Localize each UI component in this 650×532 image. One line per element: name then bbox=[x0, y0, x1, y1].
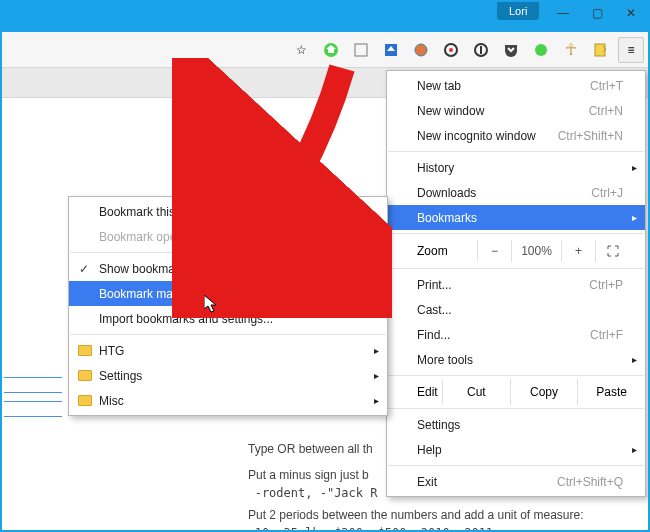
home-ext-icon[interactable] bbox=[318, 37, 344, 63]
bookmark-folder[interactable]: HTG bbox=[69, 338, 387, 363]
ext-icon-7[interactable] bbox=[588, 37, 614, 63]
chrome-main-menu: New tabCtrl+T New windowCtrl+N New incog… bbox=[386, 70, 646, 497]
menu-edit-row: Edit Cut Copy Paste bbox=[387, 379, 645, 405]
fullscreen-button[interactable] bbox=[595, 240, 629, 262]
browser-toolbar: ☆ ☥ ≡ bbox=[2, 32, 648, 68]
menu-history[interactable]: History bbox=[387, 155, 645, 180]
menu-new-window[interactable]: New windowCtrl+N bbox=[387, 98, 645, 123]
copy-button[interactable]: Copy bbox=[510, 379, 578, 405]
svg-point-10 bbox=[535, 44, 547, 56]
zoom-value: 100% bbox=[511, 240, 561, 262]
menu-bookmarks[interactable]: Bookmarks bbox=[387, 205, 645, 230]
folder-icon bbox=[78, 395, 92, 406]
svg-point-7 bbox=[449, 48, 453, 52]
page-text: Put a minus sign just b -rodent, -"Jack … bbox=[248, 466, 378, 502]
zoom-out-button[interactable]: − bbox=[477, 240, 511, 262]
star-icon[interactable]: ☆ bbox=[288, 37, 314, 63]
svg-rect-9 bbox=[480, 46, 482, 54]
menu-print[interactable]: Print...Ctrl+P bbox=[387, 272, 645, 297]
cut-button[interactable]: Cut bbox=[442, 379, 510, 405]
user-badge[interactable]: Lori bbox=[497, 2, 539, 20]
menu-zoom: Zoom − 100% + bbox=[387, 237, 645, 265]
paste-button[interactable]: Paste bbox=[577, 379, 645, 405]
close-button[interactable]: ✕ bbox=[614, 2, 648, 24]
ext-icon-3[interactable] bbox=[408, 37, 434, 63]
ankh-icon[interactable]: ☥ bbox=[558, 37, 584, 63]
show-bookmarks-bar[interactable]: Show bookmarks barCtrl+Shift+B bbox=[69, 256, 387, 281]
ext-icon-5[interactable] bbox=[468, 37, 494, 63]
window-titlebar: Lori — ▢ ✕ bbox=[2, 2, 648, 32]
ext-icon-2[interactable] bbox=[378, 37, 404, 63]
bookmark-folder[interactable]: Misc bbox=[69, 388, 387, 413]
page-text: Type OR between all th bbox=[248, 440, 373, 458]
bookmark-manager[interactable]: Bookmark managerCtrl+Shift+O bbox=[69, 281, 387, 306]
chrome-menu-button[interactable]: ≡ bbox=[618, 37, 644, 63]
window-controls: — ▢ ✕ bbox=[546, 2, 648, 24]
menu-settings[interactable]: Settings bbox=[387, 412, 645, 437]
bookmarks-submenu: Bookmark this page...Ctrl+D Bookmark ope… bbox=[68, 196, 388, 416]
folder-icon bbox=[78, 370, 92, 381]
menu-new-tab[interactable]: New tabCtrl+T bbox=[387, 73, 645, 98]
minimize-button[interactable]: — bbox=[546, 2, 580, 24]
menu-downloads[interactable]: DownloadsCtrl+J bbox=[387, 180, 645, 205]
menu-new-incognito[interactable]: New incognito windowCtrl+Shift+N bbox=[387, 123, 645, 148]
import-bookmarks[interactable]: Import bookmarks and settings... bbox=[69, 306, 387, 331]
maximize-button[interactable]: ▢ bbox=[580, 2, 614, 24]
svg-rect-3 bbox=[355, 44, 367, 56]
menu-help[interactable]: Help bbox=[387, 437, 645, 462]
pocket-icon[interactable] bbox=[498, 37, 524, 63]
ext-icon-1[interactable] bbox=[348, 37, 374, 63]
menu-exit[interactable]: ExitCtrl+Shift+Q bbox=[387, 469, 645, 494]
menu-cast[interactable]: Cast... bbox=[387, 297, 645, 322]
page-link-fragments bbox=[4, 377, 62, 425]
bookmark-open-pages: Bookmark open pages...Ctrl+Shift+D bbox=[69, 224, 387, 249]
ext-icon-6[interactable] bbox=[528, 37, 554, 63]
folder-icon bbox=[78, 345, 92, 356]
zoom-in-button[interactable]: + bbox=[561, 240, 595, 262]
menu-find[interactable]: Find...Ctrl+F bbox=[387, 322, 645, 347]
bookmark-this-page[interactable]: Bookmark this page...Ctrl+D bbox=[69, 199, 387, 224]
bookmark-folder[interactable]: Settings bbox=[69, 363, 387, 388]
menu-more-tools[interactable]: More tools bbox=[387, 347, 645, 372]
page-text: Put 2 periods between the numbers and ad… bbox=[248, 506, 584, 532]
ext-icon-4[interactable] bbox=[438, 37, 464, 63]
